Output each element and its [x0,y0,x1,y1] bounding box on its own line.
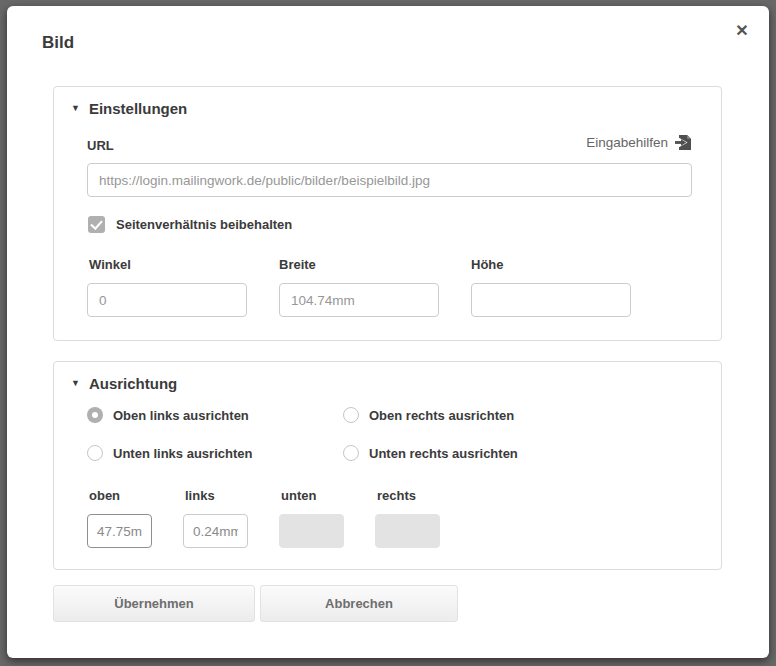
radio-icon [343,407,359,423]
winkel-label: Winkel [89,257,131,272]
aspect-ratio-checkbox[interactable] [88,216,105,233]
insert-page-icon [675,134,692,151]
radio-oben-links-label: Oben links ausrichten [113,408,249,423]
radio-icon [87,445,103,461]
url-input[interactable] [87,163,692,197]
section-einstellungen-header[interactable]: ▼ Einstellungen [71,100,187,117]
links-label: links [185,488,215,503]
radio-unten-links-label: Unten links ausrichten [113,446,252,461]
rechts-input [375,514,440,548]
winkel-input[interactable] [87,283,247,317]
radio-oben-rechts-label: Oben rechts ausrichten [369,408,514,423]
radio-unten-rechts[interactable]: Unten rechts ausrichten [343,445,518,461]
rechts-label: rechts [377,488,416,503]
radio-oben-rechts[interactable]: Oben rechts ausrichten [343,407,514,423]
radio-unten-links[interactable]: Unten links ausrichten [87,445,252,461]
image-dialog: Bild ✕ ▼ Einstellungen URL Eingabehilfen [7,6,769,658]
aspect-ratio-label: Seitenverhältnis beibehalten [116,217,292,232]
radio-selected-icon [87,407,103,423]
links-input[interactable] [183,514,248,548]
section-ausrichtung: ▼ Ausrichtung Oben links ausrichten Oben… [53,361,722,570]
radio-icon [343,445,359,461]
section-einstellungen-title: Einstellungen [89,100,187,117]
page-title: Bild [42,33,74,53]
unten-input [279,514,344,548]
oben-input[interactable] [87,514,152,548]
hoehe-input[interactable] [471,283,631,317]
hoehe-label: Höhe [471,257,504,272]
breite-label: Breite [279,257,316,272]
close-icon[interactable]: ✕ [731,20,753,42]
section-einstellungen: ▼ Einstellungen URL Eingabehilfen Seiten… [53,86,722,341]
radio-unten-rechts-label: Unten rechts ausrichten [369,446,518,461]
radio-oben-links[interactable]: Oben links ausrichten [87,407,249,423]
cancel-button[interactable]: Abbrechen [260,585,458,622]
input-helpers-label: Eingabehilfen [586,135,668,150]
aspect-ratio-option[interactable]: Seitenverhältnis beibehalten [88,216,292,233]
breite-input[interactable] [279,283,439,317]
unten-label: unten [281,488,316,503]
section-ausrichtung-title: Ausrichtung [89,375,177,392]
url-label: URL [87,138,114,153]
chevron-down-icon: ▼ [71,379,80,388]
chevron-down-icon: ▼ [71,104,80,113]
oben-label: oben [89,488,120,503]
apply-button[interactable]: Übernehmen [53,585,255,622]
section-ausrichtung-header[interactable]: ▼ Ausrichtung [71,375,177,392]
input-helpers-link[interactable]: Eingabehilfen [586,134,692,151]
